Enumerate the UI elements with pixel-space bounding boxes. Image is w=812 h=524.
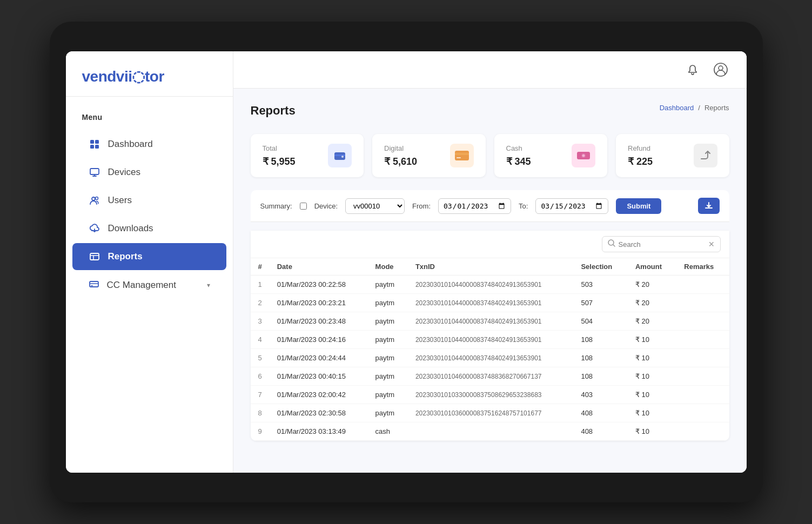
cell-txnid: 20230301010360000837516248757101677 (408, 404, 574, 422)
card-cash-value: ₹ 345 (506, 156, 531, 167)
breadcrumb-current: Reports (704, 104, 729, 112)
user-avatar-icon[interactable] (711, 60, 730, 79)
download-button[interactable] (698, 198, 720, 214)
svg-point-5 (92, 197, 95, 200)
sidebar-item-users[interactable]: Users (72, 187, 226, 214)
transactions-table: # Date Mode TxnID Selection Amount Remar… (251, 258, 729, 441)
cell-amount: ₹ 10 (628, 367, 676, 386)
breadcrumb-separator: / (698, 104, 700, 112)
clear-search-icon[interactable]: ✕ (708, 240, 715, 248)
cell-mode: cash (368, 422, 408, 441)
cell-amount: ₹ 20 (628, 312, 676, 331)
page-title: Reports (251, 104, 296, 118)
submit-button[interactable]: Submit (616, 198, 661, 214)
summary-checkbox[interactable] (300, 203, 307, 210)
card-cash-info: Cash ₹ 345 (506, 144, 531, 167)
svg-point-20 (582, 154, 585, 157)
cc-icon (89, 279, 99, 292)
col-mode: Mode (368, 258, 408, 276)
device-label: Device: (314, 202, 338, 210)
logo-text: vendvii◌tor (82, 68, 217, 85)
cell-remarks (676, 422, 729, 441)
sidebar-item-downloads[interactable]: Downloads (72, 215, 226, 242)
table-row: 8 01/Mar/2023 02:30:58 paytm 20230301010… (251, 404, 729, 422)
cell-date: 01/Mar/2023 00:24:44 (270, 349, 368, 367)
cell-amount: ₹ 10 (628, 422, 676, 441)
refund-icon (694, 144, 717, 167)
search-input[interactable] (619, 240, 705, 248)
cc-management-label: CC Management (107, 280, 177, 291)
svg-rect-0 (90, 140, 94, 144)
cell-remarks (676, 386, 729, 404)
svg-rect-16 (455, 153, 469, 155)
cell-txnid: 20230301010460000837488368270667137 (408, 367, 574, 386)
users-icon (89, 194, 100, 206)
svg-rect-17 (457, 157, 461, 158)
cell-num: 1 (251, 276, 270, 294)
cell-mode: paytm (368, 404, 408, 422)
card-digital-info: Digital ₹ 5,610 (384, 144, 417, 167)
cell-date: 01/Mar/2023 00:40:15 (270, 367, 368, 386)
sidebar-item-cc-management[interactable]: CC Management ▾ (72, 271, 226, 299)
notification-bell-icon[interactable] (683, 60, 702, 79)
cell-mode: paytm (368, 312, 408, 331)
card-total-value: ₹ 5,955 (263, 156, 296, 167)
from-date-input[interactable] (438, 198, 511, 214)
cell-remarks (676, 404, 729, 422)
cell-remarks (676, 367, 729, 386)
cell-txnid: 20230301010440000837484024913653901 (408, 312, 574, 331)
cell-num: 4 (251, 331, 270, 349)
sidebar-item-dashboard[interactable]: Dashboard (72, 131, 226, 158)
table-row: 2 01/Mar/2023 00:23:21 paytm 20230301010… (251, 294, 729, 312)
card-total: Total ₹ 5,955 (251, 134, 364, 177)
card-refund-label: Refund (628, 144, 653, 152)
cell-mode: paytm (368, 276, 408, 294)
chevron-down-icon: ▾ (207, 281, 210, 289)
reports-table-section: Summary: Device: vv00010 vv00011 From: T… (251, 190, 729, 441)
tablet-screen: vendvii◌tor Menu Dashboard (66, 51, 747, 473)
reports-label: Reports (108, 251, 143, 262)
device-select[interactable]: vv00010 vv00011 (345, 198, 405, 214)
tablet-frame: vendvii◌tor Menu Dashboard (50, 22, 763, 502)
cell-date: 01/Mar/2023 00:23:48 (270, 312, 368, 331)
breadcrumb-dashboard-link[interactable]: Dashboard (660, 104, 694, 112)
cell-selection: 108 (573, 331, 628, 349)
content-area: Reports Dashboard / Reports Total ₹ 5,95… (233, 89, 747, 473)
filter-row: Summary: Device: vv00010 vv00011 From: T… (251, 190, 729, 222)
cell-selection: 108 (573, 367, 628, 386)
cell-amount: ₹ 10 (628, 349, 676, 367)
cell-amount: ₹ 10 (628, 331, 676, 349)
card-digital-label: Digital (384, 144, 417, 152)
cell-num: 3 (251, 312, 270, 331)
table-row: 1 01/Mar/2023 00:22:58 paytm 20230301010… (251, 276, 729, 294)
col-amount: Amount (628, 258, 676, 276)
svg-rect-8 (90, 281, 98, 287)
cell-selection: 408 (573, 404, 628, 422)
cell-txnid: 20230301010440000837484024913653901 (408, 331, 574, 349)
col-selection: Selection (573, 258, 628, 276)
menu-label: Menu (66, 108, 233, 130)
cell-selection: 504 (573, 312, 628, 331)
svg-point-6 (95, 197, 98, 200)
svg-rect-13 (334, 154, 345, 156)
table-row: 4 01/Mar/2023 00:24:16 paytm 20230301010… (251, 331, 729, 349)
cell-mode: paytm (368, 294, 408, 312)
svg-rect-1 (95, 140, 99, 144)
cell-num: 6 (251, 367, 270, 386)
table-row: 7 01/Mar/2023 02:00:42 paytm 20230301010… (251, 386, 729, 404)
col-remarks: Remarks (676, 258, 729, 276)
cell-remarks (676, 312, 729, 331)
cell-selection: 108 (573, 349, 628, 367)
sidebar-menu: Menu Dashboard (66, 97, 233, 311)
cell-txnid (408, 422, 574, 441)
table-row: 9 01/Mar/2023 03:13:49 cash 408 ₹ 10 (251, 422, 729, 441)
to-date-input[interactable] (535, 198, 608, 214)
sidebar-item-reports[interactable]: Reports (72, 243, 226, 270)
wallet-icon (328, 144, 352, 167)
cell-num: 5 (251, 349, 270, 367)
sidebar-item-devices[interactable]: Devices (72, 159, 226, 186)
breadcrumb: Dashboard / Reports (660, 104, 729, 112)
dashboard-label: Dashboard (108, 139, 153, 150)
table-header-row: # Date Mode TxnID Selection Amount Remar… (251, 258, 729, 276)
cell-remarks (676, 331, 729, 349)
